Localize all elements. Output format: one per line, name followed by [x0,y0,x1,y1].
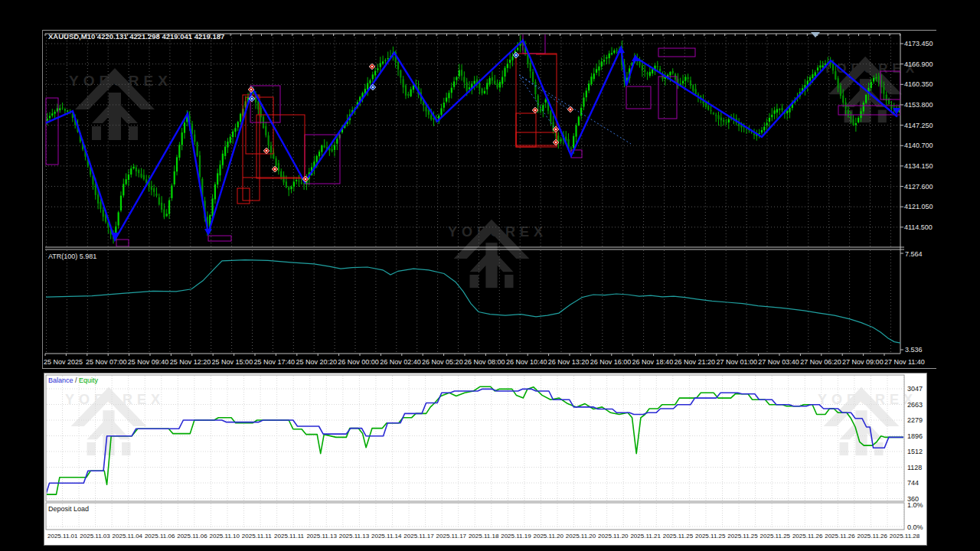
report-value-label: 1512 [907,448,923,455]
date-axis-label: 2025.11.06 [177,533,207,540]
time-axis-label: 25 Nov 07:00 [86,358,127,366]
date-axis-label: 2025.11.13 [339,533,369,540]
chart-title: XAUUSD,M10 4220.131 4221.298 4219.041 42… [48,33,224,41]
time-axis-label: 26 Nov 13:20 [548,358,590,366]
time-axis-label: 27 Nov 09:00 [842,358,884,366]
date-axis-label: 2025.11.25 [760,533,790,540]
report-value-label: 744 [907,479,919,487]
date-axis-label: 2025.11.25 [695,533,725,540]
report-legend: Balance / Equity [48,377,98,384]
report-value-label: 1128 [907,464,922,471]
time-axis-label: 26 Nov 08:00 [464,358,505,366]
time-axis-label: 26 Nov 02:40 [380,358,421,366]
time-axis-label: 27 Nov 06:20 [800,358,841,366]
price-axis-label: 4127.600 [904,183,933,191]
date-axis-label: 2025.11.28 [890,533,920,540]
date-axis-label: 2025.11.11 [242,533,272,540]
deposit-pct-top-label: 1.0% [907,501,923,509]
date-axis-label: 2025.11.03 [80,533,109,540]
bottom-frame-line [42,368,936,369]
atr-min-label: 3.536 [905,346,923,354]
price-axis-label: 4140.700 [904,142,933,149]
date-axis-label: 2025.11.25 [663,533,693,540]
legend-separator: / [74,377,80,384]
date-axis-label: 2025.11.25 [727,533,757,540]
price-axis-label: 4153.800 [904,101,933,109]
legend-balance: Balance [48,377,74,384]
date-axis-label: 2025.11.11 [274,533,304,540]
price-axis-label: 4166.900 [904,60,933,68]
time-axis-label: 27 Nov 03:40 [758,358,799,366]
date-axis-label: 2025.11.14 [371,533,401,540]
price-axis-label: 4134.150 [904,162,933,170]
date-axis-label: 2025.11.20 [534,533,564,540]
time-axis-label: 25 Nov 20:20 [296,358,337,366]
left-frame-line [42,30,43,369]
time-axis-label: 25 Nov 2025 [44,358,83,366]
report-value-label: 2663 [907,401,923,409]
date-axis-label: 2025.11.04 [113,533,142,540]
date-axis-label: 2025.11.21 [630,533,660,540]
date-axis-label: 2025.11.13 [306,533,336,540]
date-axis-label: 2025.11.20 [566,533,596,540]
time-axis-label: 27 Nov 11:40 [884,358,925,366]
time-axis-label: 26 Nov 21:20 [675,358,716,366]
main-chart-canvas[interactable] [0,0,980,551]
atr-max-label: 7.564 [905,250,923,258]
date-axis-label: 2025.11.26 [792,533,822,540]
date-axis-label: 2025.11.26 [825,533,854,540]
deposit-load-label: Deposit Load [48,505,89,513]
date-axis-label: 2025.11.18 [469,533,498,540]
time-axis-label: 25 Nov 17:40 [254,358,296,366]
time-axis-label: 26 Nov 10:40 [506,358,547,366]
time-axis-label: 26 Nov 00:00 [338,358,379,366]
price-axis-label: 4114.500 [904,223,933,231]
legend-equity: Equity [79,377,98,384]
report-value-label: 1896 [907,432,923,440]
date-axis-label: 2025.11.20 [598,533,628,540]
top-ruler-line [42,30,936,31]
price-axis-label: 4173.450 [904,40,933,47]
time-axis-label: 26 Nov 16:00 [590,358,632,366]
report-value-label: 3047 [907,385,923,393]
date-axis-label: 2025.11.17 [436,533,466,540]
atr-indicator-label: ATR(100) 5.981 [48,253,96,260]
time-axis-label: 27 Nov 01:00 [716,358,757,366]
price-axis-label: 4147.250 [904,122,933,129]
time-axis-label: 25 Nov 09:40 [128,358,169,366]
date-axis-label: 2025.11.17 [403,533,433,540]
date-axis-label: 2025.11.19 [501,533,531,540]
chart-shift-marker[interactable] [811,32,820,37]
date-axis-label: 2025.11.26 [858,533,887,540]
report-value-label: 360 [907,495,919,503]
date-axis-label: 2025.11.06 [145,533,175,540]
terminal-screen: YOFOREX YOFOREX YOFOREX YOFOREX [0,0,980,551]
time-axis-label: 25 Nov 12:20 [170,358,211,366]
date-axis-label: 2025.11.01 [47,533,77,540]
price-axis-label: 4121.050 [904,203,933,210]
time-axis-label: 25 Nov 15:00 [212,358,253,366]
deposit-pct-bottom-label: 0.0% [907,523,923,531]
report-value-label: 2279 [907,416,923,424]
price-axis-label: 4160.350 [904,80,933,88]
time-axis-label: 26 Nov 18:40 [632,358,674,366]
date-axis-label: 2025.11.10 [210,533,240,540]
time-axis-label: 26 Nov 05:20 [422,358,463,366]
